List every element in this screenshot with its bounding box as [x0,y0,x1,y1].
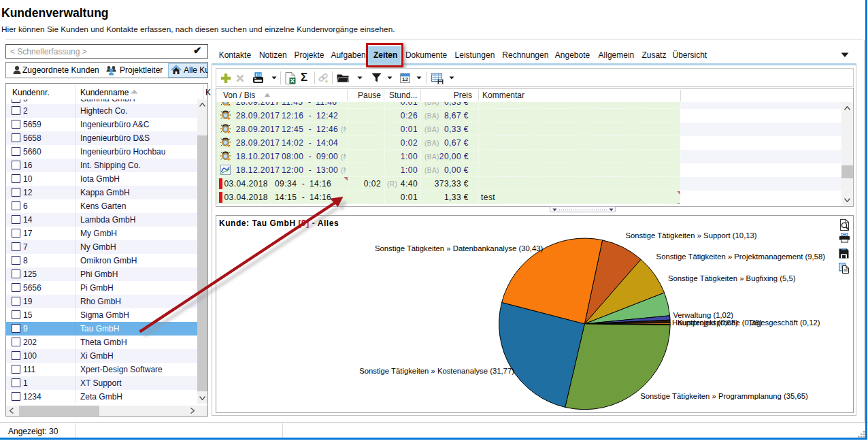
svg-text:12: 12 [402,76,408,82]
